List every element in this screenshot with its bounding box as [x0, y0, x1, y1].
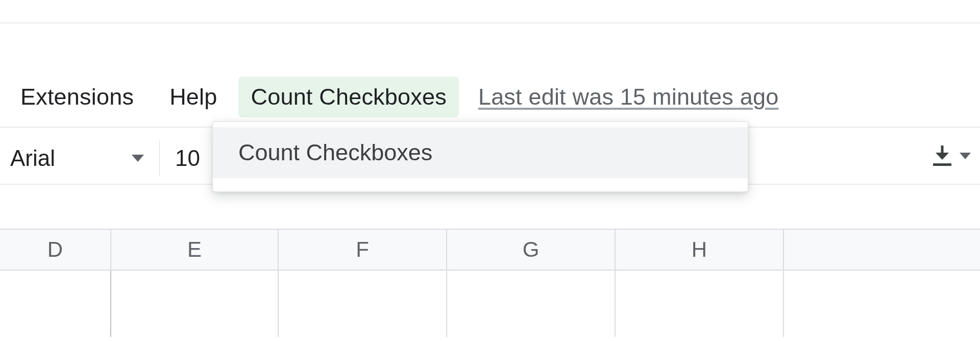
menu-count-checkboxes[interactable]: Count Checkboxes — [238, 77, 458, 117]
font-family-label: Arial — [10, 145, 132, 171]
top-rule — [0, 22, 980, 23]
toolbar-separator — [159, 140, 160, 176]
font-size-picker[interactable]: 10 — [175, 145, 200, 171]
cell[interactable] — [784, 271, 980, 337]
last-edit-link[interactable]: Last edit was 15 minutes ago — [478, 84, 778, 110]
column-header-h[interactable]: H — [616, 230, 784, 270]
column-header-f[interactable]: F — [279, 230, 447, 270]
menu-help[interactable]: Help — [157, 77, 229, 117]
cell[interactable] — [616, 271, 784, 337]
chevron-down-icon — [132, 155, 144, 162]
menu-extensions[interactable]: Extensions — [8, 77, 146, 117]
download-icon — [933, 145, 951, 166]
count-checkboxes-dropdown: Count Checkboxes — [212, 121, 748, 192]
download-menu[interactable] — [933, 145, 971, 166]
dropdown-item-count-checkboxes[interactable]: Count Checkboxes — [213, 127, 748, 178]
column-header-d[interactable]: D — [0, 230, 111, 270]
column-header-e[interactable]: E — [111, 230, 279, 270]
cell[interactable] — [0, 271, 111, 337]
chevron-down-icon — [960, 153, 971, 159]
cell[interactable] — [447, 271, 616, 337]
font-size-value: 10 — [175, 145, 200, 171]
cell[interactable] — [111, 271, 279, 337]
font-family-picker[interactable]: Arial — [10, 145, 144, 171]
cells-row — [0, 271, 980, 337]
column-header-rest[interactable] — [784, 230, 980, 270]
menu-bar: Extensions Help Count Checkboxes Last ed… — [0, 77, 980, 117]
column-headers: D E F G H — [0, 229, 980, 271]
column-header-g[interactable]: G — [447, 230, 616, 270]
cell[interactable] — [279, 271, 447, 337]
